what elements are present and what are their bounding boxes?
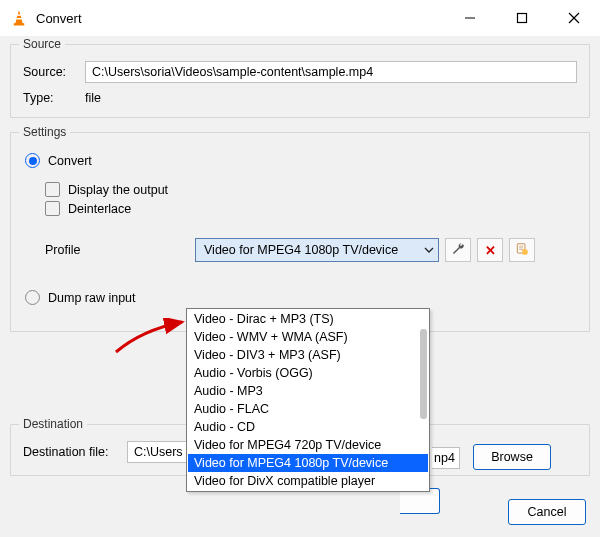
source-field[interactable] [85,61,577,83]
deinterlace-checkbox[interactable]: Deinterlace [45,201,575,216]
profile-option[interactable]: Audio - Vorbis (OGG) [188,364,428,382]
profile-option[interactable]: Video - WMV + WMA (ASF) [188,328,428,346]
minimize-button[interactable] [444,0,496,36]
type-label: Type: [23,91,77,105]
new-profile-icon [515,242,529,259]
new-profile-button[interactable] [509,238,535,262]
deinterlace-label: Deinterlace [68,202,131,216]
window-title: Convert [36,11,436,26]
profile-option[interactable]: Audio - MP3 [188,382,428,400]
convert-radio-label: Convert [48,154,92,168]
delete-profile-button[interactable]: ✕ [477,238,503,262]
profile-option-selected[interactable]: Video for MPEG4 1080p TV/device [188,454,428,472]
settings-group: Settings Convert Display the output Dein… [10,132,590,332]
display-output-label: Display the output [68,183,168,197]
dump-raw-label: Dump raw input [48,291,136,305]
wrench-icon [451,242,465,259]
dropdown-scrollbar[interactable] [420,329,427,419]
svg-point-11 [522,249,528,255]
chevron-down-icon [424,245,434,255]
cancel-button[interactable]: Cancel [508,499,586,525]
profile-label: Profile [45,243,125,257]
titlebar: Convert [0,0,600,36]
edit-profile-button[interactable] [445,238,471,262]
checkbox-icon [45,201,60,216]
source-group: Source Source: Type: file [10,44,590,118]
svg-rect-1 [16,18,22,20]
close-button[interactable] [548,0,600,36]
convert-radio[interactable]: Convert [25,153,575,168]
profile-row: Profile Video for MPEG4 1080p TV/device … [45,238,577,262]
svg-rect-4 [518,14,527,23]
profile-option[interactable]: Audio - FLAC [188,400,428,418]
checkbox-icon [45,182,60,197]
dialog-client: Source Source: Type: file Settings Conve… [0,36,600,537]
destination-file-suffix[interactable]: np4 [432,447,460,469]
settings-legend: Settings [19,125,70,139]
profile-option[interactable]: Video - DIV3 + MP3 (ASF) [188,346,428,364]
destination-legend: Destination [19,417,87,431]
vlc-cone-icon [10,9,28,27]
browse-button[interactable]: Browse [473,444,551,470]
radio-icon [25,153,40,168]
window-controls [444,0,600,36]
profile-option[interactable]: Video for DivX compatible player [188,472,428,490]
svg-rect-0 [17,14,22,16]
profile-dropdown-list[interactable]: Video - Dirac + MP3 (TS) Video - WMV + W… [186,308,430,492]
maximize-button[interactable] [496,0,548,36]
source-label: Source: [23,65,77,79]
source-legend: Source [19,37,65,51]
profile-option[interactable]: Video - Dirac + MP3 (TS) [188,310,428,328]
delete-icon: ✕ [485,243,496,258]
dump-raw-radio[interactable]: Dump raw input [25,290,575,305]
profile-option[interactable]: Audio - CD [188,418,428,436]
destination-file-label: Destination file: [23,445,119,459]
radio-icon [25,290,40,305]
svg-rect-2 [14,23,25,25]
type-value: file [85,91,577,105]
profile-option[interactable]: Video for MPEG4 720p TV/device [188,436,428,454]
profile-selected-text: Video for MPEG4 1080p TV/device [204,243,398,257]
profile-select[interactable]: Video for MPEG4 1080p TV/device [195,238,439,262]
display-output-checkbox[interactable]: Display the output [45,182,575,197]
dialog-buttons: Cancel [508,499,586,525]
